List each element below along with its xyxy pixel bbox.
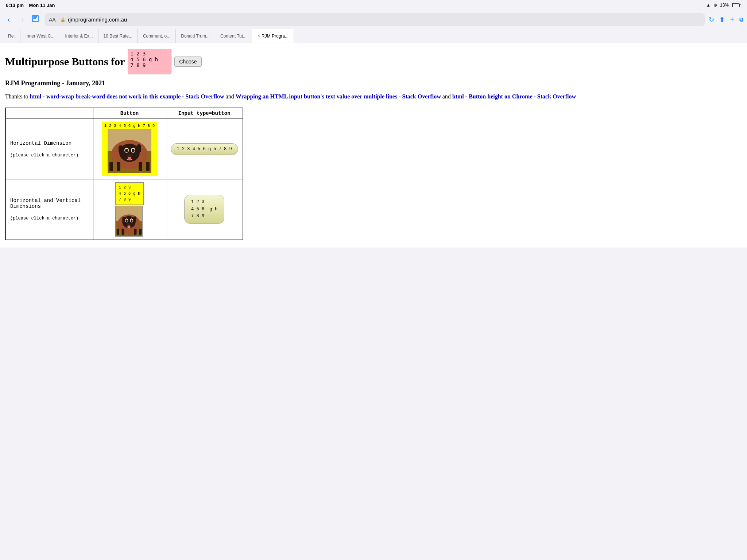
svg-rect-11 — [137, 144, 141, 152]
row1-label: Horizontal Dimension — [10, 140, 89, 146]
tab-3[interactable]: 10 Best Rate... — [98, 29, 138, 43]
table-header-input: Input type=button — [166, 108, 243, 119]
tab-6[interactable]: Content Tut... — [215, 29, 252, 43]
svg-rect-10 — [119, 145, 123, 153]
row1-input-cell — [166, 119, 243, 179]
browser-actions: ↻ ⬆ + ⧉ — [709, 15, 743, 24]
svg-rect-26 — [123, 217, 125, 222]
svg-point-9 — [128, 157, 131, 160]
new-tab-button[interactable]: + — [730, 15, 734, 24]
row2-label-cell: Horizontal and Vertical Dimensions (plea… — [5, 179, 93, 240]
svg-rect-27 — [133, 216, 136, 222]
wifi-icon: ▲ — [706, 3, 711, 8]
row2-input-cell — [166, 179, 243, 240]
link3[interactable]: html - Button height on Chrome - Stack O… — [452, 93, 576, 100]
svg-rect-28 — [117, 229, 119, 234]
link2[interactable]: Wrapping an HTML input button's text val… — [236, 93, 441, 100]
tab-close-icon[interactable]: ✕ — [257, 34, 260, 38]
tab-2[interactable]: Interior & Ex... — [60, 29, 98, 43]
tab-switcher-button[interactable]: ⧉ — [739, 16, 743, 23]
status-bar: 6:13 pm Mon 11 Jan ▲ ⊕ 13% — [0, 0, 747, 10]
address-bar[interactable]: AA 🔒 rjmprogramming.com.au — [44, 13, 705, 26]
svg-point-7 — [132, 149, 135, 152]
forward-button[interactable]: › — [18, 15, 28, 25]
table-header-label — [5, 108, 93, 119]
row1-button-wrapper: 1 2 3 4 5 6 g h 7 8 9 — [102, 122, 158, 176]
link1[interactable]: html - word-wrap break-word does not wor… — [30, 93, 224, 100]
navigation-bar: ‹ › AA 🔒 rjmprogramming.com.au ↻ ⬆ + ⧉ — [0, 10, 747, 29]
bookmarks-button[interactable] — [31, 15, 39, 24]
tab-0[interactable]: Re: — [3, 29, 20, 43]
svg-point-25 — [128, 225, 130, 227]
text-size-button[interactable]: AA — [49, 17, 56, 23]
svg-rect-13 — [117, 162, 120, 171]
row2-label: Horizontal and Vertical Dimensions — [10, 198, 89, 209]
row1-label-cell: Horizontal Dimension (please click a cha… — [5, 119, 93, 179]
svg-rect-12 — [109, 162, 113, 171]
table-row: Horizontal Dimension (please click a cha… — [5, 119, 243, 179]
security-lock-icon: 🔒 — [60, 17, 66, 22]
demo-table: Button Input type=button Horizontal Dime… — [5, 108, 243, 240]
svg-rect-31 — [139, 229, 142, 234]
svg-rect-14 — [139, 162, 142, 171]
tab-1[interactable]: Inner West C... — [20, 29, 60, 43]
location-icon: ⊕ — [713, 3, 717, 8]
row2-button-cell: 1 2 34 5 6 g h7 8 9 — [93, 179, 166, 240]
choose-button[interactable]: Choose — [174, 57, 201, 67]
battery-indicator — [732, 3, 741, 7]
svg-rect-29 — [122, 229, 124, 234]
tab-4[interactable]: Comment, o... — [138, 29, 176, 43]
url-text: rjmprogramming.com.au — [68, 16, 127, 23]
reload-button[interactable]: ↻ — [709, 16, 714, 24]
status-date: Mon 11 Jan — [29, 3, 55, 8]
status-time: 6:13 pm — [6, 3, 24, 8]
back-button[interactable]: ‹ — [4, 15, 14, 25]
svg-rect-30 — [134, 229, 136, 234]
battery-percent: 13% — [720, 3, 729, 8]
tab-5[interactable]: Donald Trum... — [176, 29, 215, 43]
thanks-paragraph: Thanks to html - word-wrap break-word do… — [5, 92, 742, 101]
row1-button-cell: 1 2 3 4 5 6 g h 7 8 9 — [93, 119, 166, 179]
row1-input-button[interactable] — [171, 143, 238, 155]
row2-button[interactable]: 1 2 34 5 6 g h7 8 9 — [115, 182, 143, 205]
tabs-bar: Re: Inner West C... Interior & Ex... 10 … — [0, 29, 747, 43]
page-content: Multipurpose Buttons for 1 2 3 4 5 6 g h… — [0, 43, 747, 248]
row2-button-wrapper: 1 2 34 5 6 g h7 8 9 — [115, 182, 143, 237]
header-area: Multipurpose Buttons for 1 2 3 4 5 6 g h… — [5, 49, 742, 74]
row1-dog-image[interactable] — [108, 129, 151, 173]
svg-rect-15 — [146, 162, 150, 171]
share-button[interactable]: ⬆ — [719, 16, 725, 24]
row2-input-button[interactable] — [184, 195, 224, 224]
table-row-2: Horizontal and Vertical Dimensions (plea… — [5, 179, 243, 240]
table-header-button: Button — [93, 108, 166, 119]
row1-button-label: 1 2 3 4 5 6 g h 7 8 9 — [104, 124, 155, 128]
page-title: Multipurpose Buttons for — [5, 55, 125, 68]
row1-sublabel: (please click a character) — [10, 153, 89, 158]
svg-point-22 — [126, 219, 128, 222]
tab-7-active[interactable]: ✕ RJM Progra... — [252, 29, 294, 43]
header-textarea[interactable]: 1 2 3 4 5 6 g h 7 8 9 — [128, 49, 171, 74]
row2-sublabel: (please click a character) — [10, 216, 89, 221]
row2-dog-image[interactable] — [115, 206, 143, 237]
svg-point-23 — [131, 219, 132, 222]
subtitle: RJM Programming - January, 2021 — [5, 79, 742, 87]
svg-point-6 — [125, 149, 128, 152]
